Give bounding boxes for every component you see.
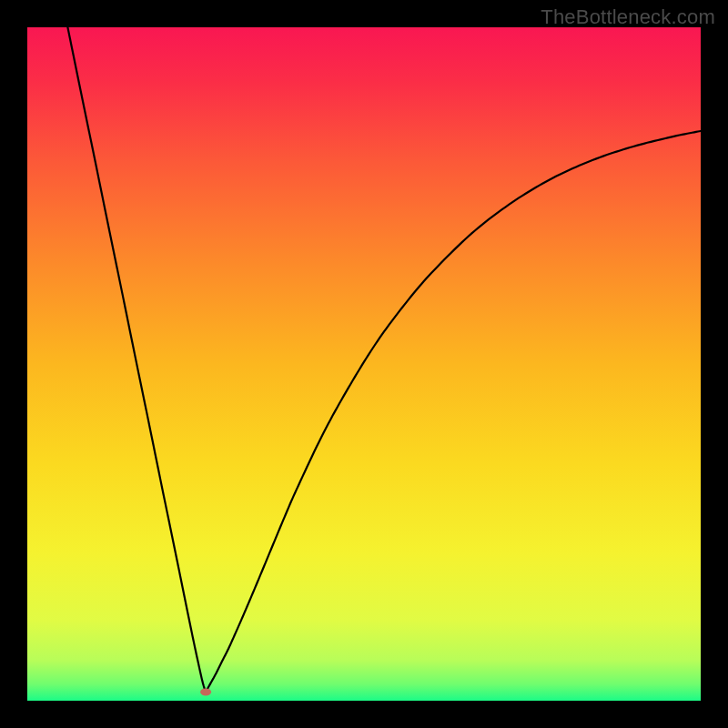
watermark-text: TheBottleneck.com [541, 5, 715, 29]
plot-area [27, 27, 701, 701]
optimum-marker [200, 688, 211, 695]
gradient-background [27, 27, 701, 701]
bottleneck-chart [27, 27, 701, 701]
chart-frame: TheBottleneck.com [0, 0, 728, 728]
